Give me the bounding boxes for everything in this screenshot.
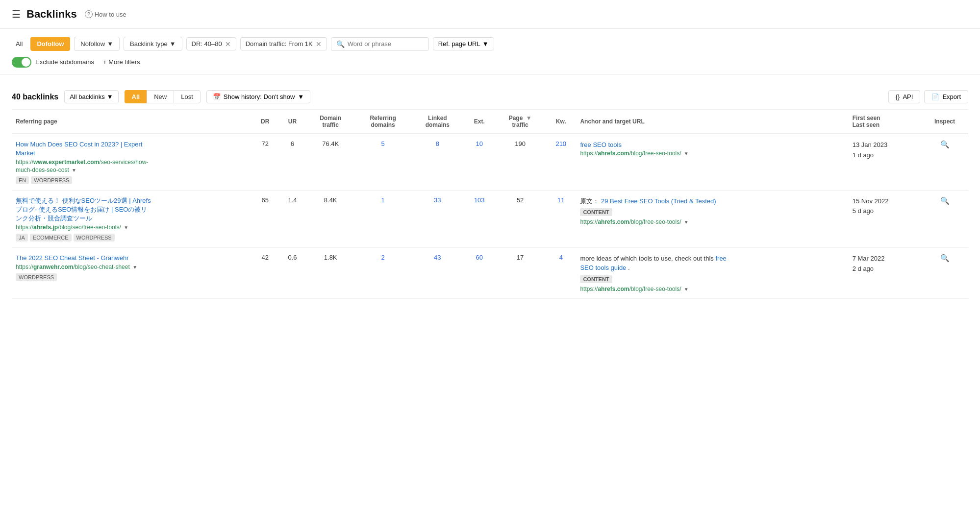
referring-page-cell-2: 無料で使える！ 便利なSEOツール29選 | Ahrefsブログ- 使えるSEO… — [12, 190, 251, 247]
referring-page-cell-3: The 2022 SEO Cheat Sheet - Granwehr http… — [12, 247, 251, 298]
ref-page-url-arrow: ▼ — [482, 40, 489, 48]
col-linked-domains[interactable]: Linkeddomains — [411, 110, 464, 134]
tab-lost[interactable]: Lost — [174, 90, 201, 103]
kw-3[interactable]: 4 — [546, 247, 576, 298]
col-ur[interactable]: UR — [278, 110, 306, 134]
how-to-use-link[interactable]: ? How to use — [85, 10, 126, 18]
all-backlinks-dropdown[interactable]: All backlinks ▼ — [64, 90, 118, 103]
api-label: API — [903, 93, 913, 100]
col-kw[interactable]: Kw. — [546, 110, 576, 134]
referring-domains-1[interactable]: 5 — [355, 134, 411, 190]
col-page-traffic[interactable]: Page ▼traffic — [495, 110, 546, 134]
tag-en-1: EN — [16, 176, 29, 184]
kw-1[interactable]: 210 — [546, 134, 576, 190]
dates-2: 15 Nov 20225 d ago — [849, 190, 921, 247]
col-ext[interactable]: Ext. — [464, 110, 495, 134]
referring-page-cell-1: How Much Does SEO Cost in 2023? | Expert… — [12, 134, 251, 190]
inspect-icon-2[interactable]: 🔍 — [940, 196, 950, 205]
ur-1: 6 — [278, 134, 306, 190]
col-referring-domains[interactable]: Referringdomains — [355, 110, 411, 134]
anchor-link-1[interactable]: free SEO tools — [580, 141, 622, 148]
nofollow-label: Nofollow — [80, 40, 105, 48]
referring-domains-2[interactable]: 1 — [355, 190, 411, 247]
ur-2: 1.4 — [278, 190, 306, 247]
page-title: Backlinks — [26, 8, 77, 21]
kw-2[interactable]: 11 — [546, 190, 576, 247]
table-row: The 2022 SEO Cheat Sheet - Granwehr http… — [12, 247, 968, 298]
ref-page-url-label: Ref. page URL — [438, 40, 480, 48]
table-row: 無料で使える！ 便利なSEOツール29選 | Ahrefsブログ- 使えるSEO… — [12, 190, 968, 247]
tab-group: All New Lost — [125, 90, 201, 103]
search-box[interactable]: 🔍 — [331, 37, 429, 51]
referring-domains-3[interactable]: 2 — [355, 247, 411, 298]
col-dr[interactable]: DR — [251, 110, 278, 134]
domain-traffic-filter-label: Domain traffic: From 1K — [246, 40, 313, 48]
page-url-2: https://ahrefs.jp/blog/seo/free-seo-tool… — [16, 224, 153, 232]
anchor-prefix-3: more ideas of which tools to use, check … — [580, 255, 715, 262]
domain-traffic-1: 76.4K — [306, 134, 355, 190]
export-button[interactable]: 📄 Export — [924, 90, 968, 103]
tab-all[interactable]: All — [125, 90, 147, 103]
ur-3: 0.6 — [278, 247, 306, 298]
all-backlinks-arrow: ▼ — [107, 93, 113, 100]
tag-wordpress-3: WORDPRESS — [16, 273, 57, 281]
content-badge-3: CONTENT — [580, 275, 612, 283]
show-history-label: Show history: Don't show — [224, 93, 295, 100]
dr-3: 42 — [251, 247, 278, 298]
inspect-cell-3: 🔍 — [921, 247, 968, 298]
question-icon: ? — [85, 10, 93, 18]
dates-3: 7 Mar 20222 d ago — [849, 247, 921, 298]
exclude-subdomains-toggle[interactable] — [12, 57, 31, 68]
backlinks-count: 40 backlinks — [12, 93, 58, 101]
col-anchor: Anchor and target URL — [576, 110, 848, 134]
page-traffic-2: 52 — [495, 190, 546, 247]
linked-domains-2[interactable]: 33 — [411, 190, 464, 247]
inspect-icon-1[interactable]: 🔍 — [940, 140, 950, 148]
domain-traffic-filter-close[interactable]: ✕ — [316, 41, 322, 48]
linked-domains-3[interactable]: 43 — [411, 247, 464, 298]
more-filters-button[interactable]: + More filters — [98, 56, 145, 68]
anchor-cell-1: free SEO tools https://ahrefs.com/blog/f… — [576, 134, 848, 190]
api-icon: {} — [896, 93, 900, 100]
app-container: ☰ Backlinks ? How to use All Dofollow No… — [0, 0, 980, 506]
content-badge-2: CONTENT — [580, 208, 612, 216]
export-icon: 📄 — [931, 93, 939, 100]
toggle-row: Exclude subdomains + More filters — [12, 56, 968, 68]
exclude-subdomains-label: Exclude subdomains — [35, 58, 94, 66]
inspect-cell-2: 🔍 — [921, 190, 968, 247]
inspect-icon-3[interactable]: 🔍 — [940, 254, 950, 262]
filter-all-button[interactable]: All — [12, 37, 26, 50]
backlink-type-label: Backlink type — [130, 40, 168, 48]
ext-2[interactable]: 103 — [464, 190, 495, 247]
api-button[interactable]: {} API — [888, 90, 921, 103]
backlink-type-arrow: ▼ — [170, 40, 176, 48]
all-backlinks-label: All backlinks — [70, 93, 105, 100]
ext-3[interactable]: 60 — [464, 247, 495, 298]
filters-row: All Dofollow Nofollow ▼ Backlink type ▼ … — [12, 37, 968, 51]
search-input[interactable] — [348, 40, 421, 48]
linked-domains-1[interactable]: 8 — [411, 134, 464, 190]
page-title-link-1[interactable]: How Much Does SEO Cost in 2023? | Expert… — [16, 140, 153, 158]
page-title-link-2[interactable]: 無料で使える！ 便利なSEOツール29選 | Ahrefsブログ- 使えるSEO… — [16, 196, 153, 223]
anchor-link-2[interactable]: 29 Best Free SEO Tools (Tried & Tested) — [601, 197, 716, 205]
filter-nofollow-button[interactable]: Nofollow ▼ — [74, 37, 120, 51]
tags-row-2: JA ECOMMERCE WORDPRESS — [16, 234, 153, 241]
col-domain-traffic[interactable]: Domaintraffic — [306, 110, 355, 134]
hamburger-icon[interactable]: ☰ — [12, 8, 21, 20]
filter-dofollow-button[interactable]: Dofollow — [30, 37, 70, 51]
page-traffic-1: 190 — [495, 134, 546, 190]
table-row: How Much Does SEO Cost in 2023? | Expert… — [12, 134, 968, 190]
target-url-1: https://ahrefs.com/blog/free-seo-tools/ … — [580, 150, 737, 157]
filter-backlink-type-button[interactable]: Backlink type ▼ — [124, 37, 182, 51]
dr-filter-chip: DR: 40–80 ✕ — [186, 37, 236, 50]
tag-wordpress-1: WORDPRESS — [31, 176, 72, 184]
dr-1: 72 — [251, 134, 278, 190]
dates-1: 13 Jan 20231 d ago — [849, 134, 921, 190]
dr-filter-close[interactable]: ✕ — [225, 41, 231, 48]
tab-new[interactable]: New — [147, 90, 174, 103]
ext-1[interactable]: 10 — [464, 134, 495, 190]
page-title-link-3[interactable]: The 2022 SEO Cheat Sheet - Granwehr — [16, 254, 153, 263]
show-history-button[interactable]: 📅 Show history: Don't show ▼ — [206, 90, 310, 103]
ref-page-url-button[interactable]: Ref. page URL ▼ — [433, 37, 494, 50]
page-url-1: https://www.expertmarket.com/seo-service… — [16, 159, 153, 174]
